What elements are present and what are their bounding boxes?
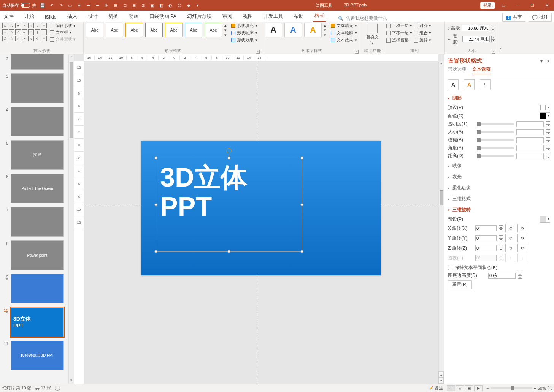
qat-icon-3[interactable]: ⇥ <box>86 3 91 8</box>
style-swatch-3[interactable]: Abc <box>125 23 143 37</box>
style-swatch-6[interactable]: Abc <box>185 23 202 37</box>
qat-icon-8[interactable]: ⊞ <box>131 3 137 8</box>
sect-softedges[interactable]: ▸柔化边缘 <box>448 183 550 192</box>
style-swatch-4[interactable]: Abc <box>145 23 163 37</box>
shape-outline-button[interactable]: 形状轮廓 ▾ <box>231 30 257 36</box>
tab-6[interactable]: 动画 <box>127 12 140 22</box>
shadow-size-slider[interactable] <box>477 131 514 133</box>
view-sorter-icon[interactable]: ⊞ <box>456 385 464 391</box>
gallery-down-icon[interactable]: ▾ <box>224 28 227 33</box>
tell-me[interactable]: 告诉我您想要做什么 <box>346 15 387 22</box>
shadow-angle-slider[interactable] <box>477 147 514 149</box>
pane-dropdown-icon[interactable]: ▾ <box>540 58 543 64</box>
text-effects-button[interactable]: 文本效果 ▾ <box>331 37 357 43</box>
wordart-1[interactable]: A <box>265 23 282 37</box>
align-button[interactable]: 对齐 ▾ <box>414 23 431 28</box>
style-swatch-1[interactable]: Abc <box>86 23 103 37</box>
slide-thumb-6[interactable]: 6Protect The Ocean <box>3 174 67 203</box>
shadow-trans-slider[interactable] <box>477 123 514 125</box>
shape-style-gallery[interactable]: Abc Abc Abc Abc Abc Abc Abc <box>86 23 222 37</box>
opt-tab-shape[interactable]: 形状选项 <box>448 66 466 74</box>
editor-scrollbar[interactable]: ▴ ▴ ▾ <box>438 61 444 384</box>
zoom-out-icon[interactable]: − <box>486 386 489 390</box>
editor-scroll-thumb[interactable] <box>440 190 443 205</box>
slidepanel-scroll-down-icon[interactable]: ▾ <box>69 378 74 384</box>
rotation-handle-icon[interactable] <box>226 148 232 153</box>
slide-thumbnail[interactable]: 找 寻 <box>11 140 64 170</box>
tab-11[interactable]: 开发工具 <box>262 12 285 22</box>
horizontal-ruler[interactable]: 1614121086420246810121416 <box>84 54 438 61</box>
width-up-icon[interactable]: ▴ <box>491 36 495 39</box>
qat-icon-4[interactable]: ⇤ <box>95 3 100 8</box>
slide-thumbnail[interactable] <box>11 107 64 136</box>
xrot-input[interactable] <box>475 225 497 231</box>
wordart-gallery[interactable]: A A A <box>265 23 322 37</box>
zoom-slider[interactable] <box>491 387 532 389</box>
shadow-blur-input[interactable] <box>516 137 544 143</box>
slide-thumbnail[interactable] <box>11 73 64 103</box>
view-reading-icon[interactable]: ▣ <box>465 385 473 391</box>
shapes-gallery[interactable]: ▭AA＼＼L▾ ○△◇⇨⬡{▾ ⬠☆(↗↘⟳▾ <box>2 23 47 41</box>
slide-thumb-7[interactable]: 7 <box>3 207 67 237</box>
qat-more-icon[interactable]: ▾ <box>195 3 200 8</box>
size-dialog-icon[interactable]: ↘ <box>492 50 495 54</box>
handle-bm[interactable] <box>227 250 230 253</box>
sect-shadow[interactable]: ▾阴影 <box>448 94 550 103</box>
qat-icon-5[interactable]: ⊪ <box>104 3 109 8</box>
qat-icon-10[interactable]: ▣ <box>149 3 155 8</box>
tab-9[interactable]: 审阅 <box>221 12 234 22</box>
view-slideshow-icon[interactable]: ▶ <box>474 385 483 391</box>
signin-button[interactable]: 登录 <box>480 2 495 9</box>
next-slide-icon[interactable]: ▾ <box>438 378 444 384</box>
slide-thumbnail[interactable]: Power point <box>11 240 64 270</box>
gallery-more-icon[interactable]: ▾ <box>224 33 227 38</box>
slide-thumb-3[interactable]: 3 <box>3 73 67 103</box>
view-normal-icon[interactable]: ▭ <box>447 385 455 391</box>
qat-icon-13[interactable]: ⬡ <box>177 3 182 8</box>
slide-thumb-9[interactable]: 9★ <box>3 274 67 303</box>
reset-button[interactable]: 重置(R) <box>448 280 472 289</box>
minimize-icon[interactable]: — <box>512 2 524 9</box>
collapse-ribbon-icon[interactable]: ˄ <box>498 22 503 54</box>
shadow-preset-swatch[interactable]: ▾ <box>540 104 550 111</box>
fit-to-window-icon[interactable]: ⛶ <box>548 386 552 390</box>
rotate-button[interactable]: 旋转 ▾ <box>414 37 431 43</box>
handle-br[interactable] <box>300 250 303 253</box>
slide-text[interactable]: 3D立体 PPT <box>160 163 247 221</box>
handle-tr[interactable] <box>300 156 303 160</box>
wa-down-icon[interactable]: ▾ <box>324 28 326 33</box>
undo-icon[interactable]: ↶ <box>49 3 54 8</box>
tab-2[interactable]: iSlide <box>43 13 58 22</box>
tab-3[interactable]: 插入 <box>66 12 79 22</box>
xrot-left-icon[interactable]: ⟲ <box>505 224 515 232</box>
sect-3drotation[interactable]: ▾三维旋转 <box>448 205 550 214</box>
slide-thumbnail[interactable] <box>11 274 64 303</box>
height-down-icon[interactable]: ▾ <box>491 28 495 31</box>
zoom-value[interactable]: 50% <box>538 386 546 390</box>
cat-textbox-icon[interactable]: ¶ <box>480 79 491 90</box>
slide-thumbnail[interactable]: Protect The Ocean <box>11 174 64 203</box>
handle-tl[interactable] <box>154 156 157 160</box>
gallery-up-icon[interactable]: ▴ <box>224 23 227 28</box>
slidepanel-scroll-thumb[interactable] <box>70 62 73 138</box>
send-backward-button[interactable]: 下移一层 ▾ <box>386 30 412 36</box>
edit-shape-button[interactable]: 编辑形状 ▾ <box>50 23 76 28</box>
close-icon[interactable]: ✕ <box>541 2 552 9</box>
group-button[interactable]: 组合 ▾ <box>414 30 431 36</box>
slide-thumbnail[interactable] <box>11 207 64 237</box>
tab-5[interactable]: 切换 <box>107 12 120 22</box>
tab-0[interactable]: 文件 <box>2 12 15 22</box>
shape-effects-button[interactable]: 形状效果 ▾ <box>231 37 257 43</box>
xrot-right-icon[interactable]: ⟳ <box>517 224 527 232</box>
save-icon[interactable]: 💾 <box>40 3 45 8</box>
qat-icon-1[interactable]: ▭ <box>67 3 73 8</box>
slide-thumb-4[interactable]: 4 <box>3 107 67 136</box>
ribbon-options-icon[interactable]: ▭ <box>498 2 509 9</box>
shadow-blur-slider[interactable] <box>477 139 514 141</box>
sect-3dformat[interactable]: ▸三维格式 <box>448 194 550 203</box>
qat-icon-9[interactable]: ⊠ <box>140 3 146 8</box>
text-outline-button[interactable]: 文本轮廓 ▾ <box>331 30 357 36</box>
autosave-toggle[interactable]: 自动保存 关 <box>2 3 36 8</box>
qat-icon-11[interactable]: ◧ <box>159 3 164 8</box>
zrot-input[interactable] <box>475 245 497 251</box>
